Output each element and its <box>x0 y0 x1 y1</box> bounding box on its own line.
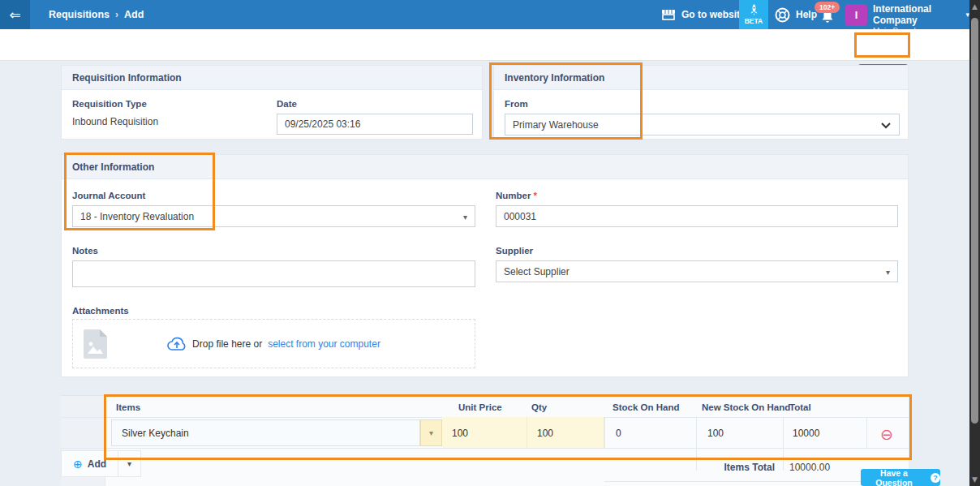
from-select-value: Primary Warehouse <box>513 119 599 131</box>
caret-down-icon: ▾ <box>463 212 467 221</box>
stock-on-hand-column-header: Stock On Hand <box>612 402 679 412</box>
other-information-card: Other Information Journal Account 18 - I… <box>61 154 909 377</box>
number-label: Number* <box>496 191 537 200</box>
number-input[interactable] <box>496 205 898 227</box>
rocket-icon <box>749 4 759 16</box>
supplier-select-value: Select Supplier <box>504 266 570 277</box>
top-navigation-bar: ⇐ Requisitions › Add Go to website <box>0 0 969 29</box>
notification-count-badge: 102+ <box>815 2 840 13</box>
notes-textarea[interactable] <box>72 260 475 287</box>
scrollbar[interactable]: ▲ ▼ <box>969 0 980 486</box>
total-column-header: Total <box>789 402 811 412</box>
requisition-information-card: Requisition Information Requisition Type… <box>61 65 483 140</box>
date-label: Date <box>277 99 297 109</box>
breadcrumb: Requisitions › Add <box>49 0 144 29</box>
item-select[interactable]: Silver Keychain <box>111 419 420 446</box>
breadcrumb-separator-icon: › <box>110 9 124 20</box>
delete-row-button[interactable]: ⊖ <box>878 425 896 443</box>
required-asterisk: * <box>533 191 536 200</box>
scroll-up-arrow-icon[interactable]: ▲ <box>969 2 980 11</box>
new-stock-on-hand-value: 100 <box>707 428 724 439</box>
unit-price-column-header: Unit Price <box>458 402 502 412</box>
items-column-header: Items <box>116 402 140 412</box>
attachments-label: Attachments <box>72 306 129 316</box>
stock-on-hand-value: 0 <box>616 428 621 439</box>
qty-column-header: Qty <box>531 402 547 412</box>
inventory-information-header: Inventory Information <box>494 66 908 90</box>
total-value: 10000 <box>793 428 819 439</box>
date-input[interactable] <box>277 114 473 135</box>
item-select-caret-button[interactable]: ▾ <box>420 419 442 446</box>
other-information-title: Other Information <box>72 161 154 173</box>
inventory-information-title: Inventory Information <box>505 72 604 84</box>
dropzone-text: Drop file here or <box>192 338 262 350</box>
requisition-information-title: Requisition Information <box>72 72 182 84</box>
supplier-label: Supplier <box>496 246 533 256</box>
new-stock-on-hand-column-header: New Stock On Hand <box>702 402 790 412</box>
scroll-down-arrow-icon[interactable]: ▼ <box>969 475 980 484</box>
question-mark-icon: ? <box>931 473 940 483</box>
breadcrumb-add: Add <box>124 9 144 20</box>
journal-account-select[interactable]: 18 - Inventory Revaluation ▾ <box>72 205 475 227</box>
chevron-down-icon <box>881 123 891 129</box>
help-label: Help <box>796 9 817 20</box>
notes-label: Notes <box>72 246 98 256</box>
attachments-dropzone[interactable]: Drop file here or select from your compu… <box>72 319 475 368</box>
qty-value[interactable]: 100 <box>537 428 553 439</box>
add-item-row: ⊕ Add ▾ <box>61 450 141 477</box>
select-from-computer-link[interactable]: select from your computer <box>268 338 380 350</box>
company-initial: I <box>855 9 858 21</box>
collapse-menu-icon: ⇐ <box>9 6 20 23</box>
company-avatar[interactable]: I <box>845 4 867 26</box>
caret-down-icon: ▾ <box>886 267 890 276</box>
screen: ⇐ Requisitions › Add Go to website <box>0 0 980 486</box>
add-options-caret-button[interactable]: ▾ <box>118 451 140 476</box>
journal-account-label: Journal Account <box>72 191 145 200</box>
items-total-label: Items Total <box>604 462 775 473</box>
go-to-website-label: Go to website <box>681 9 746 20</box>
minus-circle-icon: ⊖ <box>880 425 893 443</box>
items-total-value: 10000.00 <box>789 462 830 473</box>
plus-circle-icon: ⊕ <box>73 458 83 471</box>
from-select[interactable]: Primary Warehouse <box>505 114 900 135</box>
caret-down-icon: ▾ <box>127 459 131 468</box>
collapse-sidebar-button[interactable]: ⇐ <box>0 0 30 29</box>
cloud-upload-icon <box>167 337 187 351</box>
requisition-type-value: Inbound Requisition <box>72 116 158 127</box>
inventory-information-card: Inventory Information From Primary Wareh… <box>493 65 909 140</box>
from-label: From <box>505 99 528 109</box>
scrollbar-thumb[interactable] <box>971 18 978 424</box>
company-name: International Company <box>873 3 961 26</box>
help-button[interactable]: Help <box>775 0 817 29</box>
beta-button[interactable]: BETA <box>739 0 768 29</box>
add-item-button[interactable]: ⊕ Add <box>62 451 118 476</box>
other-information-header: Other Information <box>62 155 908 179</box>
add-button-label: Add <box>88 458 106 470</box>
go-to-website-button[interactable]: Go to website <box>661 0 746 29</box>
items-table: Items Unit Price Qty Stock On Hand New S… <box>61 395 909 486</box>
storefront-icon <box>661 8 676 21</box>
requisition-information-header: Requisition Information <box>62 66 482 90</box>
caret-down-icon: ▾ <box>429 428 433 437</box>
requisition-type-label: Requisition Type <box>72 99 147 109</box>
supplier-select[interactable]: Select Supplier ▾ <box>496 260 898 282</box>
unit-price-value[interactable]: 100 <box>452 428 468 439</box>
journal-account-value: 18 - Inventory Revaluation <box>80 211 194 222</box>
have-a-question-label: Have a Question <box>861 468 927 486</box>
action-bar: Confirm <box>0 29 969 61</box>
breadcrumb-requisitions[interactable]: Requisitions <box>49 9 110 20</box>
beta-label: BETA <box>745 17 763 25</box>
lifebuoy-icon <box>775 7 790 23</box>
item-select-value: Silver Keychain <box>122 428 189 439</box>
have-a-question-button[interactable]: Have a Question ? <box>861 469 940 486</box>
